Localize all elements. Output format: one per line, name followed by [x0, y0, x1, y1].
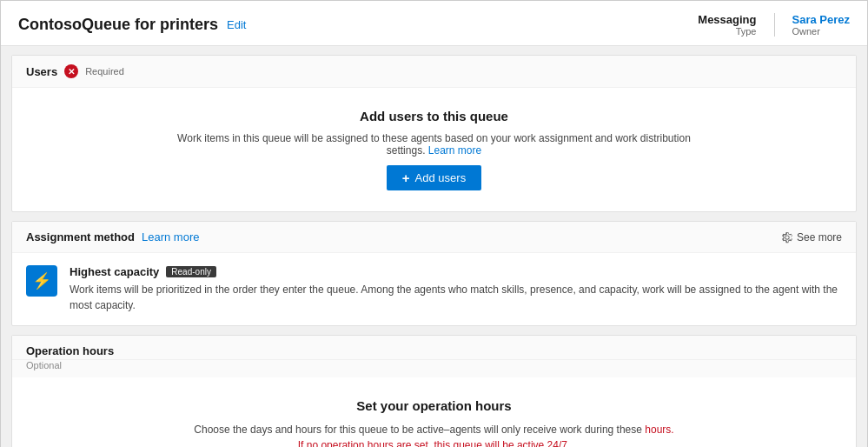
meta-type-label: Type [736, 26, 757, 37]
page-title: ContosoQueue for printers [18, 16, 218, 34]
operation-optional-label: Optional [12, 360, 856, 377]
assignment-learn-more-link[interactable]: Learn more [142, 230, 199, 244]
assignment-header-left: Assignment method Learn more [26, 230, 199, 244]
header-left: ContosoQueue for printers Edit [18, 16, 246, 34]
add-users-button-label: Add users [415, 171, 467, 184]
header-meta: Messaging Type [698, 13, 774, 37]
operation-body-title: Set your operation hours [356, 398, 511, 413]
assignment-section-header: Assignment method Learn more See more [12, 222, 856, 253]
users-section: Users ✕ Required Add users to this queue… [11, 55, 857, 212]
gear-icon [781, 231, 793, 244]
see-more-button[interactable]: See more [781, 231, 842, 244]
readonly-badge: Read-only [166, 266, 216, 277]
users-learn-more-link[interactable]: Learn more [428, 144, 481, 157]
operation-section-header: Operation hours [12, 336, 856, 360]
assignment-title-row: Highest capacity Read-only [70, 265, 842, 278]
assignment-info: Highest capacity Read-only Work items wi… [70, 265, 842, 313]
owner-name: Sara Perez [792, 13, 851, 26]
operation-body: Set your operation hours Choose the days… [12, 377, 856, 447]
header-right: Messaging Type Sara Perez Owner [698, 13, 850, 37]
required-icon: ✕ [64, 64, 78, 78]
page-wrapper: ContosoQueue for printers Edit Messaging… [0, 0, 868, 447]
assignment-desc: Work items will be prioritized in the or… [70, 282, 842, 313]
required-label: Required [85, 66, 124, 77]
capacity-icon: ⚡ [32, 271, 51, 290]
operation-section: Operation hours Optional Set your operat… [11, 335, 857, 447]
assignment-body: ⚡ Highest capacity Read-only Work items … [12, 253, 856, 325]
add-users-desc: Work items in this queue will be assigne… [174, 132, 695, 157]
assignment-method-name: Highest capacity [70, 265, 159, 278]
edit-link[interactable]: Edit [227, 18, 246, 31]
users-section-title: Users [26, 65, 57, 78]
meta-type-value: Messaging [698, 13, 756, 26]
assignment-section: Assignment method Learn more See more ⚡ [11, 221, 857, 326]
users-section-header: Users ✕ Required [12, 56, 856, 88]
assignment-section-title: Assignment method [26, 230, 135, 244]
users-section-body: Add users to this queue Work items in th… [12, 88, 856, 211]
main-content: Users ✕ Required Add users to this queue… [1, 46, 867, 447]
add-users-button[interactable]: + Add users [387, 165, 481, 190]
ops-desc-part1: Choose the days and hours for this queue… [194, 424, 642, 436]
add-users-title: Add users to this queue [360, 109, 508, 123]
see-more-label: See more [797, 231, 842, 244]
header-owner: Sara Perez Owner [775, 13, 851, 37]
assignment-icon-box: ⚡ [26, 265, 57, 297]
owner-label: Owner [792, 26, 820, 37]
operation-section-title: Operation hours [26, 344, 114, 357]
operation-body-desc: Choose the days and hours for this queue… [191, 422, 678, 447]
add-users-plus-icon: + [402, 171, 410, 184]
header: ContosoQueue for printers Edit Messaging… [1, 1, 867, 46]
